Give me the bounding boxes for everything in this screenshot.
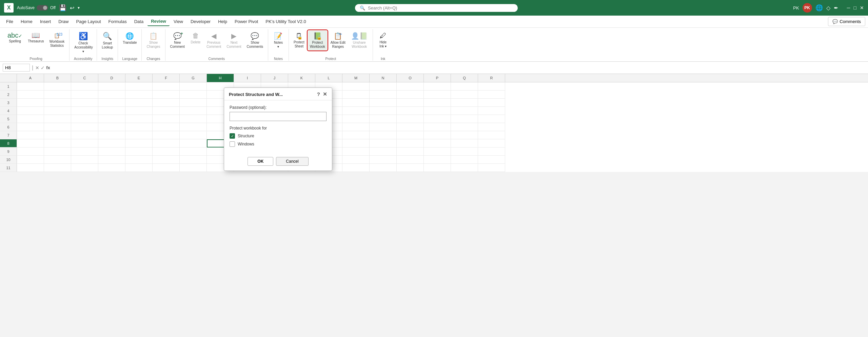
dialog-cancel-button[interactable]: Cancel	[276, 157, 308, 166]
menu-item-file[interactable]: File	[3, 17, 17, 26]
cell-2-1[interactable]	[44, 91, 71, 99]
cell-7-5[interactable]	[153, 131, 180, 139]
cell-10-14[interactable]	[397, 156, 424, 164]
cell-4-2[interactable]	[71, 107, 98, 115]
cell-8-2[interactable]	[71, 139, 98, 147]
structure-checkbox[interactable]	[230, 133, 235, 139]
cell-3-2[interactable]	[71, 99, 98, 107]
cell-9-3[interactable]	[98, 147, 125, 156]
cell-8-0[interactable]	[17, 139, 44, 147]
cell-9-14[interactable]	[397, 147, 424, 156]
cell-7-13[interactable]	[370, 131, 397, 139]
dropdown-icon[interactable]: ▾	[78, 5, 80, 10]
cell-5-5[interactable]	[153, 115, 180, 123]
menu-item-help[interactable]: Help	[215, 17, 231, 26]
cell-11-1[interactable]	[44, 164, 71, 172]
cell-6-3[interactable]	[98, 123, 125, 131]
row-header-6[interactable]: 6	[0, 123, 17, 131]
cell-4-0[interactable]	[17, 107, 44, 115]
cell-11-3[interactable]	[98, 164, 125, 172]
cell-5-2[interactable]	[71, 115, 98, 123]
windows-checkbox[interactable]	[230, 141, 235, 147]
cell-8-5[interactable]	[153, 139, 180, 147]
ribbon-btn-protect-workbook[interactable]: 📗🔒 ProtectWorkbook	[308, 31, 327, 50]
cell-5-13[interactable]	[370, 115, 397, 123]
cell-4-3[interactable]	[98, 107, 125, 115]
cell-8-3[interactable]	[98, 139, 125, 147]
col-header-j[interactable]: J	[261, 74, 288, 82]
cell-5-16[interactable]	[451, 115, 478, 123]
ribbon-btn-next-comment[interactable]: ▶ NextComment	[224, 31, 243, 50]
cell-4-1[interactable]	[44, 107, 71, 115]
cell-8-6[interactable]	[180, 139, 207, 147]
cell-2-3[interactable]	[98, 91, 125, 99]
cell-6-12[interactable]	[342, 123, 370, 131]
ribbon-btn-spelling[interactable]: abc✓ Spelling	[5, 31, 24, 45]
cell-9-13[interactable]	[370, 147, 397, 156]
cell-6-5[interactable]	[153, 123, 180, 131]
col-header-p[interactable]: P	[424, 74, 451, 82]
menu-item-view[interactable]: View	[170, 17, 186, 26]
cell-4-5[interactable]	[153, 107, 180, 115]
cell-6-15[interactable]	[424, 123, 451, 131]
autosave-toggle[interactable]	[37, 5, 48, 11]
formula-input[interactable]	[52, 64, 865, 71]
col-header-g[interactable]: G	[180, 74, 207, 82]
pen-icon[interactable]: ✒	[834, 5, 838, 11]
cell-1-1[interactable]	[44, 82, 71, 91]
cell-1-0[interactable]	[17, 82, 44, 91]
cell-2-6[interactable]	[180, 91, 207, 99]
cell-1-13[interactable]	[370, 82, 397, 91]
cell-10-0[interactable]	[17, 156, 44, 164]
col-header-f[interactable]: F	[153, 74, 180, 82]
close-icon[interactable]: ✕	[860, 5, 864, 11]
cell-5-0[interactable]	[17, 115, 44, 123]
row-header-10[interactable]: 10	[0, 156, 17, 164]
cell-1-14[interactable]	[397, 82, 424, 91]
save-icon[interactable]: 💾	[59, 4, 66, 12]
menu-item-draw[interactable]: Draw	[55, 17, 72, 26]
cell-6-16[interactable]	[451, 123, 478, 131]
row-header-8[interactable]: 8	[0, 139, 17, 147]
menu-item-developer[interactable]: Developer	[187, 17, 214, 26]
cell-3-5[interactable]	[153, 99, 180, 107]
cell-7-2[interactable]	[71, 131, 98, 139]
cell-2-15[interactable]	[424, 91, 451, 99]
menu-item-page-layout[interactable]: Page Layout	[73, 17, 104, 26]
cell-7-12[interactable]	[342, 131, 370, 139]
cell-7-15[interactable]	[424, 131, 451, 139]
ribbon-btn-check-accessibility[interactable]: ♿ CheckAccessibility ▾	[72, 31, 94, 55]
cell-5-12[interactable]	[342, 115, 370, 123]
cell-9-16[interactable]	[451, 147, 478, 156]
cell-8-12[interactable]	[342, 139, 370, 147]
ribbon-btn-show-comments[interactable]: 💬 ShowComments	[245, 31, 265, 50]
col-header-r[interactable]: R	[478, 74, 505, 82]
cell-7-16[interactable]	[451, 131, 478, 139]
col-header-e[interactable]: E	[125, 74, 153, 82]
cell-6-14[interactable]	[397, 123, 424, 131]
cell-9-15[interactable]	[424, 147, 451, 156]
cell-3-16[interactable]	[451, 99, 478, 107]
menu-item-pk-tool[interactable]: PK's Utility Tool V2.0	[262, 17, 309, 26]
menu-item-formulas[interactable]: Formulas	[105, 17, 130, 26]
cell-1-12[interactable]	[342, 82, 370, 91]
diamond-icon[interactable]: ◇	[826, 5, 830, 11]
cell-11-15[interactable]	[424, 164, 451, 172]
cell-4-14[interactable]	[397, 107, 424, 115]
cell-11-16[interactable]	[451, 164, 478, 172]
cell-5-6[interactable]	[180, 115, 207, 123]
cell-7-14[interactable]	[397, 131, 424, 139]
undo-icon[interactable]: ↩	[70, 5, 74, 11]
cell-1-2[interactable]	[71, 82, 98, 91]
ribbon-btn-protect-sheet[interactable]: 🗒🔒 ProtectSheet	[292, 31, 307, 50]
row-header-4[interactable]: 4	[0, 107, 17, 115]
cell-9-1[interactable]	[44, 147, 71, 156]
cell-3-15[interactable]	[424, 99, 451, 107]
col-header-a[interactable]: A	[17, 74, 44, 82]
cell-10-12[interactable]	[342, 156, 370, 164]
col-header-l[interactable]: L	[315, 74, 342, 82]
minimize-icon[interactable]: ─	[847, 5, 850, 11]
col-header-c[interactable]: C	[71, 74, 98, 82]
cell-9-0[interactable]	[17, 147, 44, 156]
cell-9-4[interactable]	[125, 147, 153, 156]
